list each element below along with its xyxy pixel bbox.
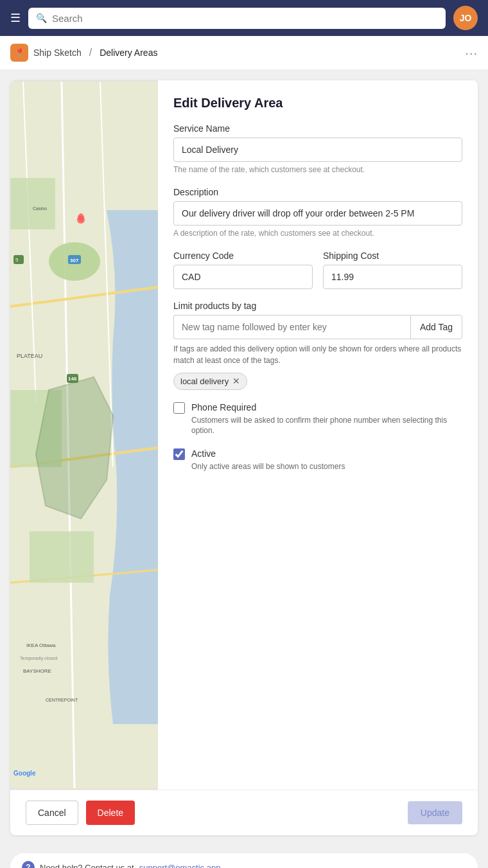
currency-code-input[interactable] xyxy=(173,265,313,289)
top-nav: ☰ 🔍 JO xyxy=(0,0,488,36)
search-icon: 🔍 xyxy=(36,13,47,23)
description-group: Description A description of the rate, w… xyxy=(173,187,462,239)
help-bar: ? Need help? Contact us at support@omact… xyxy=(10,853,478,868)
app-icon: 📍 xyxy=(10,44,28,62)
shipping-cost-label: Shipping Cost xyxy=(323,251,462,261)
currency-code-group: Currency Code xyxy=(173,251,313,289)
svg-rect-9 xyxy=(30,531,94,583)
service-name-hint: The name of the rate, which customers se… xyxy=(173,164,462,175)
tag-name: local delivery xyxy=(180,376,229,386)
limit-by-tag-group: Limit products by tag Add Tag If tags ar… xyxy=(173,301,462,390)
tags-list: local delivery ✕ xyxy=(173,373,462,390)
svg-text:Google: Google xyxy=(13,770,36,777)
help-link[interactable]: support@omactic.app xyxy=(139,863,221,869)
phone-required-row: Phone Required Customers will be asked t… xyxy=(173,402,462,437)
phone-required-label[interactable]: Phone Required xyxy=(191,402,256,412)
svg-text:5: 5 xyxy=(15,257,19,263)
breadcrumb: 📍 Ship Sketch / Delivery Areas xyxy=(10,44,157,62)
svg-text:307: 307 xyxy=(70,258,79,263)
help-text: Need help? Contact us at xyxy=(40,863,134,869)
svg-text:CENTREPOINT: CENTREPOINT xyxy=(46,698,78,702)
phone-required-hint: Customers will be asked to confirm their… xyxy=(191,415,462,437)
description-hint: A description of the rate, which custome… xyxy=(173,228,462,239)
form-title: Edit Delivery Area xyxy=(173,96,462,111)
shipping-cost-input[interactable] xyxy=(323,265,462,289)
search-input[interactable] xyxy=(52,13,438,24)
hamburger-icon[interactable]: ☰ xyxy=(10,11,21,25)
delete-button[interactable]: Delete xyxy=(86,801,135,825)
svg-text:146: 146 xyxy=(68,376,77,382)
search-bar[interactable]: 🔍 xyxy=(28,8,446,29)
main-content: PLATEAU IKEA Ottawa Temporarily closed B… xyxy=(0,70,488,846)
description-label: Description xyxy=(173,187,462,197)
map-svg: PLATEAU IKEA Ottawa Temporarily closed B… xyxy=(10,80,158,790)
breadcrumb-current-page: Delivery Areas xyxy=(100,48,157,58)
service-name-input[interactable] xyxy=(173,137,462,162)
cancel-button[interactable]: Cancel xyxy=(26,801,78,825)
currency-code-label: Currency Code xyxy=(173,251,313,261)
service-name-label: Service Name xyxy=(173,123,462,134)
phone-required-group: Phone Required Customers will be asked t… xyxy=(173,402,462,437)
active-label[interactable]: Active xyxy=(191,448,216,459)
svg-rect-7 xyxy=(10,178,55,229)
breadcrumb-separator: / xyxy=(89,47,92,58)
currency-shipping-row: Currency Code Shipping Cost xyxy=(173,251,462,301)
phone-required-checkbox[interactable] xyxy=(173,402,185,414)
breadcrumb-bar: 📍 Ship Sketch / Delivery Areas ··· xyxy=(0,36,488,70)
update-button[interactable]: Update xyxy=(408,801,462,824)
action-bar: Cancel Delete Update xyxy=(10,790,478,835)
active-group: Active Only active areas will be shown t… xyxy=(173,448,462,472)
card-inner: PLATEAU IKEA Ottawa Temporarily closed B… xyxy=(10,80,478,790)
tag-chip: local delivery ✕ xyxy=(173,373,247,390)
avatar[interactable]: JO xyxy=(453,6,478,30)
tags-hint: If tags are added this delivery option w… xyxy=(173,343,462,366)
svg-text:IKEA Ottawa: IKEA Ottawa xyxy=(26,642,56,648)
tag-remove-icon[interactable]: ✕ xyxy=(232,376,240,385)
service-name-group: Service Name The name of the rate, which… xyxy=(173,123,462,175)
shipping-cost-group: Shipping Cost xyxy=(323,251,462,289)
active-checkbox[interactable] xyxy=(173,448,185,460)
edit-card: PLATEAU IKEA Ottawa Temporarily closed B… xyxy=(10,80,478,835)
add-tag-button[interactable]: Add Tag xyxy=(410,315,462,339)
svg-text:BAYSHORE: BAYSHORE xyxy=(23,668,51,674)
map-area: PLATEAU IKEA Ottawa Temporarily closed B… xyxy=(10,80,158,790)
limit-by-tag-label: Limit products by tag xyxy=(173,301,462,311)
btn-left-group: Cancel Delete xyxy=(26,801,135,825)
active-row: Active Only active areas will be shown t… xyxy=(173,448,462,472)
form-area: Edit Delivery Area Service Name The name… xyxy=(158,80,478,790)
tag-name-input[interactable] xyxy=(173,315,410,339)
svg-text:PLATEAU: PLATEAU xyxy=(17,353,42,359)
tag-input-row: Add Tag xyxy=(173,315,462,339)
svg-text:Casino: Casino xyxy=(33,206,47,211)
description-input[interactable] xyxy=(173,201,462,226)
more-options-icon[interactable]: ··· xyxy=(465,46,478,60)
breadcrumb-app-name[interactable]: Ship Sketch xyxy=(33,48,82,58)
active-label-group: Active Only active areas will be shown t… xyxy=(191,448,345,472)
help-icon: ? xyxy=(22,861,35,868)
svg-text:Temporarily closed: Temporarily closed xyxy=(20,656,57,661)
active-hint: Only active areas will be shown to custo… xyxy=(191,461,345,472)
phone-required-label-group: Phone Required Customers will be asked t… xyxy=(191,402,462,437)
